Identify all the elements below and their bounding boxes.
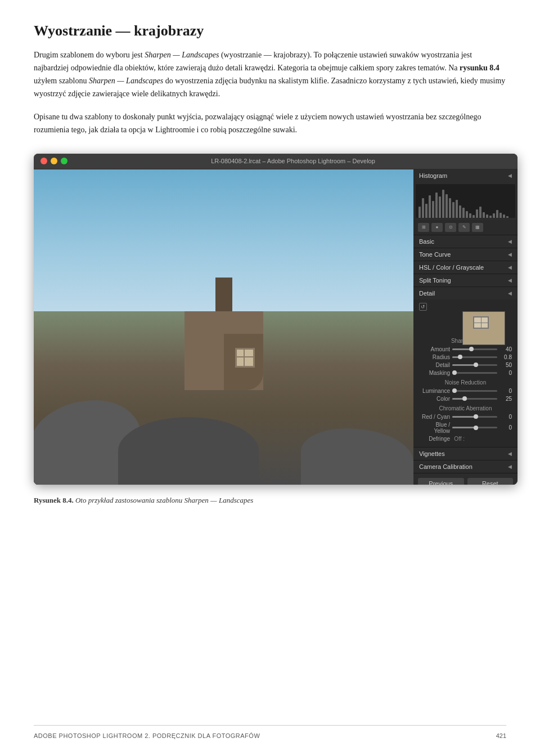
hsl-label: HSL / Color / Grayscale xyxy=(419,264,484,271)
blue-yellow-value: 0 xyxy=(500,424,512,431)
tone-curve-label: Tone Curve xyxy=(419,251,451,258)
blue-yellow-track[interactable] xyxy=(452,427,497,428)
hsl-section: HSL / Color / Grayscale ◀ xyxy=(413,261,518,274)
camera-calibration-section: Camera Calibration ◀ xyxy=(413,460,518,473)
tone-curve-triangle: ◀ xyxy=(508,252,512,257)
luminance-track[interactable] xyxy=(452,390,497,392)
histogram-section: Histogram ◀ xyxy=(413,169,518,235)
basic-label: Basic xyxy=(419,238,434,245)
detail-reset-icon[interactable]: ↺ xyxy=(419,303,427,311)
masking-track[interactable] xyxy=(452,372,497,374)
minimize-button[interactable] xyxy=(51,158,57,164)
basic-section: Basic ◀ xyxy=(413,235,518,248)
color-track[interactable] xyxy=(452,398,497,400)
grad-tool[interactable]: ▦ xyxy=(472,223,483,232)
color-slider-row: Color 25 xyxy=(419,396,512,402)
castle xyxy=(179,278,269,390)
red-cyan-label: Red / Cyan xyxy=(419,414,450,420)
detail-header[interactable]: Detail ◀ xyxy=(413,287,518,299)
detail-sl-label: Detail xyxy=(419,362,450,368)
color-fill xyxy=(452,398,464,400)
amount-track[interactable] xyxy=(452,348,497,350)
defringe-row: Defringe Off : xyxy=(419,436,512,442)
detail-value: 50 xyxy=(500,362,512,368)
blue-yellow-thumb[interactable] xyxy=(474,426,478,430)
vignettes-section: Vignettes ◀ xyxy=(413,448,518,460)
masking-value: 0 xyxy=(500,370,512,376)
vignettes-triangle: ◀ xyxy=(508,451,512,457)
luminance-slider-row: Luminance 0 xyxy=(419,388,512,394)
hsl-header[interactable]: HSL / Color / Grayscale ◀ xyxy=(413,261,518,274)
nav-buttons: Previous Reset xyxy=(413,473,518,485)
thumb-window xyxy=(473,316,489,329)
red-cyan-thumb[interactable] xyxy=(474,414,478,419)
detail-track[interactable] xyxy=(452,364,497,366)
detail-triangle: ◀ xyxy=(508,290,512,296)
page-footer: ADOBE PHOTOSHOP LIGHTROOM 2. PODRĘCZNIK … xyxy=(34,725,506,739)
photo xyxy=(34,169,413,485)
split-toning-section: Split Toning ◀ xyxy=(413,274,518,287)
defringe-value: Off : xyxy=(452,436,465,442)
basic-triangle: ◀ xyxy=(508,239,512,244)
histogram-triangle: ◀ xyxy=(508,173,512,178)
histogram-header[interactable]: Histogram ◀ xyxy=(413,169,518,182)
blue-yellow-label: Blue / Yellow xyxy=(419,422,450,434)
crop-tool[interactable]: ⊞ xyxy=(418,223,429,232)
luminance-value: 0 xyxy=(500,388,512,394)
amount-thumb[interactable] xyxy=(469,347,474,351)
tone-curve-header[interactable]: Tone Curve ◀ xyxy=(413,248,518,261)
detail-label: Detail xyxy=(419,290,435,297)
radius-thumb[interactable] xyxy=(458,355,462,359)
blue-yellow-row: Blue / Yellow 0 xyxy=(419,422,512,434)
red-cyan-fill xyxy=(452,416,475,418)
traffic-lights xyxy=(40,158,68,164)
masking-label: Masking xyxy=(419,370,450,376)
radius-value: 0.8 xyxy=(500,354,512,360)
basic-header[interactable]: Basic ◀ xyxy=(413,235,518,248)
noise-reduction-title: Noise Reduction xyxy=(419,379,512,386)
figure-caption: Rysunek 8.4. Oto przykład zastosowania s… xyxy=(34,496,506,505)
redeye-tool[interactable]: ⊙ xyxy=(445,223,456,232)
rock-right xyxy=(301,428,413,485)
rock-center xyxy=(118,417,259,485)
split-toning-label: Split Toning xyxy=(419,277,451,284)
lr-titlebar: LR-080408-2.lrcat – Adobe Photoshop Ligh… xyxy=(34,154,518,169)
detail-content: ↺ Sharpening Amount 40 Radiu xyxy=(413,299,518,447)
tools-row: ⊞ ● ⊙ ✎ ▦ xyxy=(413,220,518,235)
luminance-thumb[interactable] xyxy=(452,388,457,393)
lr-right-panel: Histogram ◀ xyxy=(413,169,518,485)
blue-yellow-fill xyxy=(452,427,475,428)
split-toning-header[interactable]: Split Toning ◀ xyxy=(413,274,518,287)
masking-thumb[interactable] xyxy=(452,370,457,375)
amount-value: 40 xyxy=(500,346,512,352)
histogram-chart xyxy=(416,184,515,218)
spot-tool[interactable]: ● xyxy=(431,223,443,232)
close-button[interactable] xyxy=(40,158,47,164)
detail-section: Detail ◀ ↺ xyxy=(413,287,518,448)
camera-calibration-header[interactable]: Camera Calibration ◀ xyxy=(413,460,518,473)
amount-label: Amount xyxy=(419,346,450,352)
rocks xyxy=(34,374,413,485)
window-title: LR-080408-2.lrcat – Adobe Photoshop Ligh… xyxy=(75,158,511,164)
histogram-label: Histogram xyxy=(419,172,447,179)
detail-slider-row: Detail 50 xyxy=(419,362,512,368)
detail-fill xyxy=(452,364,475,366)
vignettes-header[interactable]: Vignettes ◀ xyxy=(413,448,518,460)
radius-track[interactable] xyxy=(452,356,497,358)
radius-label: Radius xyxy=(419,354,450,360)
body-paragraph-1: Drugim szablonem do wyboru jest Sharpen … xyxy=(34,48,506,100)
camera-calibration-triangle: ◀ xyxy=(508,464,512,469)
color-label: Color xyxy=(419,396,450,402)
window-left xyxy=(237,350,245,366)
detail-thumbnail xyxy=(462,311,505,345)
amount-slider-row: Amount 40 xyxy=(419,346,512,352)
maximize-button[interactable] xyxy=(61,158,68,164)
photo-area xyxy=(34,169,413,485)
detail-thumb[interactable] xyxy=(474,363,478,367)
color-thumb[interactable] xyxy=(462,396,467,401)
red-cyan-track[interactable] xyxy=(452,416,497,418)
camera-calibration-label: Camera Calibration xyxy=(419,463,472,470)
brush-tool[interactable]: ✎ xyxy=(458,223,470,232)
previous-button[interactable]: Previous xyxy=(418,478,464,485)
reset-button[interactable]: Reset xyxy=(467,478,514,485)
